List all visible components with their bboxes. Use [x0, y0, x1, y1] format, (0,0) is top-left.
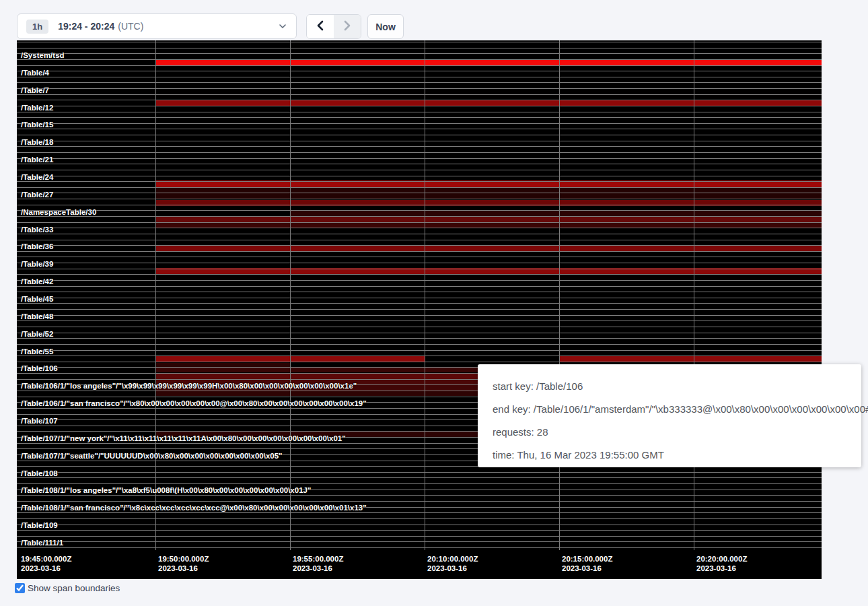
grid-line-h [17, 48, 822, 48]
show-span-boundaries-label: Show span boundaries [28, 583, 120, 593]
grid-line-h [17, 117, 822, 118]
timezone-label: (UTC) [118, 21, 143, 32]
grid-line-h [17, 77, 822, 77]
grid-line-h [17, 541, 822, 542]
grid-line-h [17, 309, 822, 310]
heat-band [155, 188, 822, 199]
time-tick: 19:45:00.000Z2023-03-16 [21, 554, 71, 573]
grid-line-h [17, 164, 822, 164]
toolbar: 1h 19:24 - 20:24 (UTC) Now [0, 0, 868, 40]
grid-line-h [17, 269, 822, 269]
span-label: /Table/15 [21, 121, 53, 129]
tooltip-end-key: end key: /Table/106/1/"amsterdam"/"\xb33… [493, 401, 861, 417]
span-label: /Table/7 [21, 86, 49, 94]
grid-line-v [425, 40, 425, 550]
key-visualizer-page: 1h 19:24 - 20:24 (UTC) Now /System/tsd/T… [0, 0, 868, 606]
time-tick: 20:15:00.000Z2023-03-16 [562, 554, 612, 573]
time-range-label: 19:24 - 20:24 [58, 21, 114, 32]
grid-line-h [17, 518, 822, 519]
grid-line-v [694, 40, 694, 550]
grid-line-h [17, 525, 822, 525]
now-button[interactable]: Now [367, 14, 404, 39]
grid-line-h [17, 240, 822, 240]
span-label: /Table/36 [21, 242, 53, 250]
grid-line-h [17, 477, 822, 478]
grid-line-h [17, 530, 822, 531]
grid-line-h [17, 94, 822, 95]
grid-line-h [17, 234, 822, 234]
span-label: /Table/45 [21, 295, 53, 303]
grid-line-h [17, 65, 822, 66]
heat-band [155, 391, 478, 396]
grid-line-h [17, 298, 822, 298]
prev-interval-button[interactable] [307, 15, 334, 38]
grid-line-h [17, 263, 822, 263]
grid-line-h [17, 42, 822, 42]
grid-line-h [17, 483, 822, 484]
grid-line-h [17, 228, 822, 228]
grid-line-h [17, 100, 822, 100]
grid-line-h [17, 193, 822, 193]
key-visualizer-canvas[interactable]: /System/tsd/Table/4/Table/7/Table/12/Tab… [17, 40, 822, 579]
chevron-left-icon [316, 20, 324, 33]
grid-line-h [17, 82, 822, 83]
span-label: /Table/106/1/"san francisco"/"\x80\x00\x… [21, 399, 367, 407]
span-label: /Table/108/1/"san francisco"/"\x8c\xcc\x… [21, 504, 367, 512]
grid-line-h [17, 321, 822, 321]
grid-line-h [17, 158, 822, 159]
heat-band [155, 245, 822, 251]
span-label: /Table/107 [21, 417, 58, 425]
tooltip-requests: requests: 28 [493, 424, 861, 440]
grid-line-h [17, 536, 822, 537]
heat-band [155, 373, 478, 379]
grid-line-h [17, 350, 822, 351]
grid-line-h [17, 123, 822, 124]
grid-line-h [17, 222, 822, 223]
grid-line-h [17, 344, 822, 345]
grid-line-h [17, 495, 822, 496]
time-tick: 20:20:00.000Z2023-03-16 [696, 554, 747, 573]
span-label: /Table/21 [21, 156, 53, 164]
heat-band [155, 367, 478, 372]
grid-line-v [155, 40, 156, 550]
span-label: /Table/108/1/"los angeles"/"\xa8\xf5\u00… [21, 486, 311, 494]
span-label: /Table/106 [21, 364, 58, 372]
span-label: /Table/12 [21, 104, 53, 112]
grid-line-h [17, 280, 822, 281]
span-label: /Table/18 [21, 138, 53, 146]
span-tooltip: start key: /Table/106 end key: /Table/10… [478, 364, 861, 467]
time-tick: 20:10:00.000Z2023-03-16 [427, 554, 478, 573]
grid-line-h [17, 187, 822, 188]
grid-line-h [17, 338, 822, 339]
span-label: /Table/33 [21, 226, 53, 234]
grid-line-h [17, 205, 822, 205]
show-span-boundaries-checkbox[interactable] [15, 583, 25, 593]
duration-badge: 1h [26, 20, 48, 34]
span-label: /Table/48 [21, 312, 53, 321]
grid-line-h [17, 53, 822, 54]
next-interval-button[interactable] [334, 15, 361, 38]
span-label: /Table/111/1 [21, 539, 63, 547]
time-tick: 19:55:00.000Z2023-03-16 [293, 554, 343, 573]
span-label: /Table/107/1/"seattle"/"UUUUUUD\x00\x80\… [21, 452, 283, 460]
grid-line-h [17, 327, 822, 327]
grid-line-h [17, 141, 822, 141]
span-label: /NamespaceTable/30 [21, 208, 96, 216]
footer: Show span boundaries [15, 583, 120, 593]
time-tick: 19:50:00.000Z2023-03-16 [158, 554, 209, 573]
heat-band [290, 211, 822, 216]
grid-line-h [17, 59, 822, 60]
span-label: /Table/42 [21, 277, 53, 285]
grid-line-h [17, 146, 822, 147]
grid-line-h [17, 356, 822, 356]
span-label: /Table/107/1/"new york"/"\x11\x11\x11\x1… [21, 434, 346, 442]
grid-line-h [17, 170, 822, 170]
span-label: /Table/4 [21, 69, 49, 77]
grid-line-v [290, 40, 291, 550]
grid-line-h [17, 274, 822, 275]
grid-line-h [17, 71, 822, 71]
time-range-selector[interactable]: 1h 19:24 - 20:24 (UTC) [17, 13, 297, 39]
chevron-right-icon [343, 20, 351, 33]
grid-line-h [17, 216, 822, 217]
grid-line-h [17, 88, 822, 89]
